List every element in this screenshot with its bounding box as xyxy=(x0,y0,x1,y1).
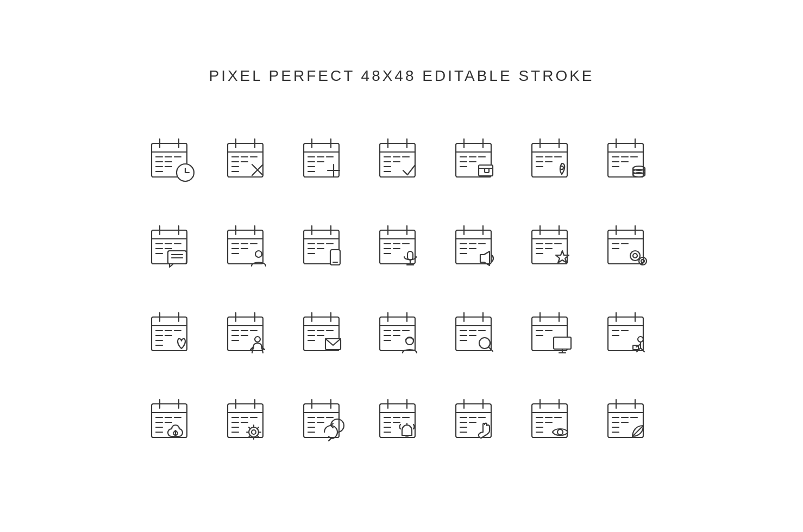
icon-cell-calendar-book xyxy=(211,291,287,378)
svg-line-284 xyxy=(249,435,250,437)
icon-cell-calendar-check xyxy=(363,117,440,204)
icon-cell-calendar-star xyxy=(516,204,592,291)
icon-cell-calendar-voice xyxy=(363,204,440,291)
page-title: PIXEL PERFECT 48x48 EDITABLE STROKE xyxy=(209,67,594,85)
svg-line-283 xyxy=(257,427,259,429)
svg-rect-140 xyxy=(456,230,491,264)
icon-cell-calendar-person xyxy=(211,204,287,291)
icon-grid xyxy=(135,117,668,465)
svg-rect-162 xyxy=(608,230,643,264)
svg-point-276 xyxy=(252,430,256,434)
svg-rect-137 xyxy=(407,251,413,260)
icon-cell-calendar-coins xyxy=(592,117,668,204)
icon-cell-calendar-email xyxy=(287,291,363,378)
svg-point-169 xyxy=(630,251,640,261)
icon-cell-calendar-touch xyxy=(440,378,516,465)
icon-cell-calendar-settings xyxy=(592,204,668,291)
svg-point-170 xyxy=(633,254,637,258)
svg-rect-65 xyxy=(532,143,567,177)
icon-cell-calendar-wallet xyxy=(440,117,516,204)
icon-cell-calendar-monitor xyxy=(516,291,592,378)
svg-rect-104 xyxy=(228,230,263,264)
icon-cell-calendar-clock xyxy=(135,117,211,204)
icon-cell-calendar-leaf xyxy=(592,378,668,465)
svg-point-194 xyxy=(255,337,260,342)
icon-cell-calendar-cloud xyxy=(135,378,211,465)
icon-cell-calendar-location xyxy=(516,117,592,204)
icon-cell-calendar-user xyxy=(363,291,440,378)
icon-cell-calendar-heart xyxy=(135,291,211,378)
icon-cell-calendar-reading xyxy=(592,291,668,378)
svg-rect-62 xyxy=(479,165,493,176)
icon-cell-calendar-eye xyxy=(516,378,592,465)
svg-line-282 xyxy=(257,435,259,437)
svg-rect-184 xyxy=(228,317,263,351)
svg-rect-236 xyxy=(554,337,571,349)
icon-cell-calendar-speaker xyxy=(440,204,516,291)
icon-cell-calendar-bell xyxy=(363,378,440,465)
icon-cell-calendar-x xyxy=(211,117,287,204)
svg-point-114 xyxy=(255,251,262,257)
svg-rect-127 xyxy=(380,230,415,264)
svg-point-246 xyxy=(638,337,643,342)
svg-rect-206 xyxy=(380,317,415,351)
svg-rect-76 xyxy=(608,143,643,177)
icon-cell-calendar-plus xyxy=(287,117,363,204)
icon-cell-calendar-phone xyxy=(287,204,363,291)
svg-point-75 xyxy=(560,166,563,169)
icon-cell-calendar-message xyxy=(135,204,211,291)
icon-cell-calendar-refresh xyxy=(287,378,363,465)
icon-cell-calendar-search xyxy=(440,291,516,378)
icon-cell-calendar-gear xyxy=(211,378,287,465)
svg-line-281 xyxy=(249,427,250,429)
